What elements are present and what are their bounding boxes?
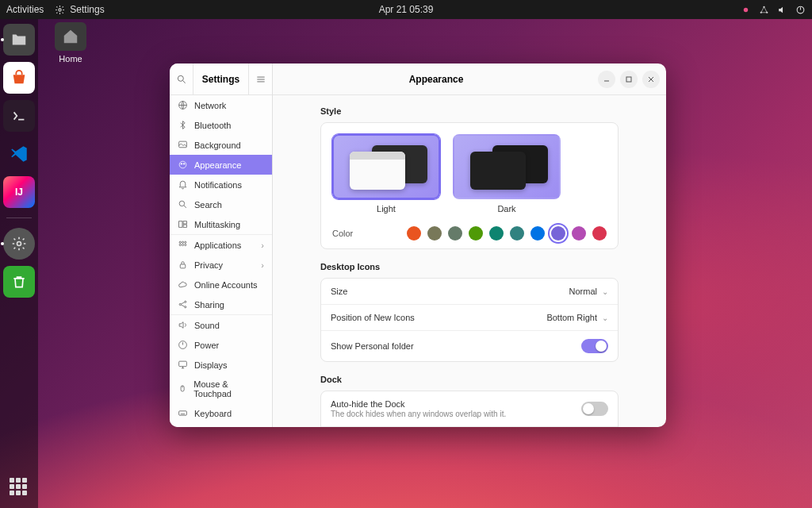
sidebar-item-label: Displays: [194, 360, 228, 370]
dock-settings[interactable]: [3, 228, 35, 260]
cloud-icon: [178, 279, 188, 290]
lock-icon: [178, 260, 188, 270]
sidebar-search-button[interactable]: [170, 64, 193, 94]
clock[interactable]: Apr 21 05:39: [379, 4, 434, 15]
sidebar-item-displays[interactable]: Displays: [170, 355, 272, 375]
dock-section: Dock Auto-hide the Dock The dock hides w…: [320, 375, 619, 427]
maximize-button[interactable]: [620, 71, 638, 88]
chevron-right-icon: ›: [261, 260, 264, 270]
accent-color-swatch[interactable]: [427, 226, 442, 241]
style-card: Light Dark Color: [320, 122, 619, 249]
sidebar-item-applications[interactable]: Applications›: [170, 235, 272, 255]
sidebar-item-network[interactable]: Network: [170, 95, 272, 115]
sidebar-item-background[interactable]: Background: [170, 135, 272, 155]
dock-files[interactable]: [3, 24, 35, 56]
sidebar-item-keyboard[interactable]: Keyboard: [170, 403, 272, 423]
sidebar-item-notifications[interactable]: Notifications: [170, 175, 272, 194]
power-icon[interactable]: [795, 5, 806, 15]
sidebar-item-appearance[interactable]: Appearance: [170, 155, 272, 175]
sidebar-item-multitasking[interactable]: Multitasking: [170, 214, 272, 234]
volume-icon[interactable]: [777, 5, 787, 15]
background-icon: [178, 140, 188, 150]
settings-content: Appearance Style Light: [273, 64, 666, 427]
network-icon[interactable]: [759, 5, 769, 15]
sidebar-item-label: Bluetooth: [194, 121, 231, 130]
accent-color-swatch[interactable]: [510, 226, 524, 241]
apps-icon: [178, 240, 188, 250]
icon-size-row[interactable]: Size Normal ⌄: [321, 279, 618, 305]
chevron-down-icon: ⌄: [602, 287, 608, 296]
sidebar-item-label: Background: [194, 140, 241, 150]
svg-rect-16: [183, 225, 186, 227]
bluetooth-icon: [178, 120, 188, 130]
svg-point-6: [17, 242, 21, 246]
accent-color-swatch[interactable]: [551, 226, 565, 241]
icon-position-row[interactable]: Position of New Icons Bottom Right ⌄: [321, 305, 618, 331]
show-applications-button[interactable]: [10, 478, 29, 497]
sidebar-item-sound[interactable]: Sound: [170, 315, 272, 335]
autohide-toggle[interactable]: [581, 402, 608, 416]
sidebar-list: NetworkBluetoothBackgroundAppearanceNoti…: [170, 95, 272, 427]
sidebar-item-printers[interactable]: Printers: [170, 423, 272, 427]
accent-color-swatch[interactable]: [489, 226, 504, 241]
sidebar-item-mouse-touchpad[interactable]: Mouse & Touchpad: [170, 375, 272, 403]
dock-separator: [6, 217, 32, 218]
style-dark-label: Dark: [497, 204, 515, 214]
svg-rect-14: [179, 221, 182, 228]
dock-vscode[interactable]: [3, 138, 35, 170]
sidebar-item-label: Mouse & Touchpad: [193, 379, 264, 398]
sound-icon: [178, 320, 188, 330]
sidebar-item-power[interactable]: Power: [170, 335, 272, 355]
svg-rect-28: [179, 361, 187, 367]
sidebar-item-label: Privacy: [194, 260, 223, 270]
gear-icon: [55, 5, 65, 15]
sidebar-item-search[interactable]: Search: [170, 194, 272, 214]
accent-color-swatch[interactable]: [592, 226, 607, 241]
style-option-light[interactable]: Light: [332, 134, 440, 214]
accent-color-swatch[interactable]: [572, 226, 586, 241]
activities-button[interactable]: Activities: [6, 4, 44, 15]
svg-point-25: [185, 301, 186, 302]
svg-point-24: [179, 303, 181, 305]
dock-heading: Dock: [320, 375, 619, 384]
sidebar-hamburger-button[interactable]: [248, 64, 272, 94]
sidebar-item-online-accounts[interactable]: Online Accounts: [170, 275, 272, 294]
svg-point-12: [183, 164, 185, 165]
desktop-home-folder[interactable]: Home: [43, 22, 98, 64]
style-option-dark[interactable]: Dark: [453, 134, 561, 214]
show-personal-toggle[interactable]: [581, 339, 608, 353]
current-app-name: Settings: [70, 4, 104, 15]
dock-terminal[interactable]: [3, 100, 35, 132]
close-button[interactable]: [642, 71, 660, 88]
sidebar-title: Settings: [193, 74, 248, 85]
accent-color-swatch[interactable]: [469, 226, 483, 241]
accent-color-swatch[interactable]: [530, 226, 545, 241]
dock-software[interactable]: [3, 62, 35, 94]
dock-trash[interactable]: [3, 266, 35, 298]
sidebar-item-label: Network: [194, 101, 226, 110]
sidebar-item-bluetooth[interactable]: Bluetooth: [170, 115, 272, 135]
accent-color-swatch[interactable]: [448, 226, 462, 241]
sidebar-item-privacy[interactable]: Privacy›: [170, 255, 272, 275]
svg-rect-15: [183, 221, 186, 224]
color-label: Color: [332, 229, 353, 238]
svg-rect-30: [179, 411, 187, 415]
sidebar-item-label: Appearance: [194, 160, 241, 170]
share-icon: [178, 299, 188, 310]
sidebar-item-label: Online Accounts: [194, 280, 258, 290]
content-body[interactable]: Style Light: [273, 95, 666, 427]
dock: IJ: [0, 19, 38, 508]
svg-point-22: [185, 244, 186, 245]
status-indicator-icon[interactable]: [741, 5, 751, 15]
mouse-icon: [178, 384, 187, 394]
keyboard-icon: [178, 408, 188, 418]
svg-point-1: [744, 7, 748, 11]
minimize-button[interactable]: [598, 71, 615, 88]
sidebar-item-sharing[interactable]: Sharing: [170, 294, 272, 314]
current-app-menu[interactable]: Settings: [55, 4, 104, 15]
bell-icon: [178, 179, 188, 190]
accent-color-swatch[interactable]: [407, 226, 421, 241]
dock-intellij[interactable]: IJ: [3, 176, 35, 208]
page-title: Appearance: [279, 74, 593, 85]
top-bar: Activities Settings Apr 21 05:39: [0, 0, 812, 19]
